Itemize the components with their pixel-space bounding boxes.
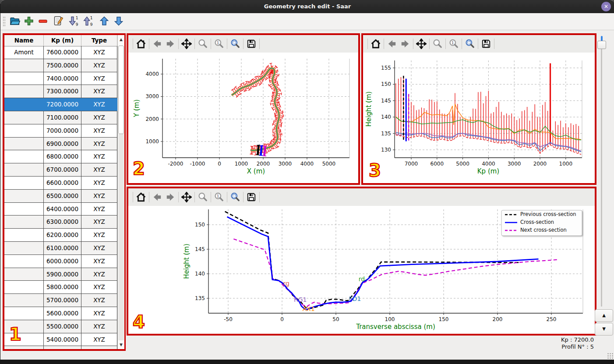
table-row[interactable]: 6400.0000XYZ <box>4 203 117 216</box>
table-row[interactable]: 6000.0000XYZ <box>4 255 117 268</box>
title-bar[interactable]: Geometry reach edit - Saar ✕ <box>0 0 614 13</box>
table-row[interactable]: 5700.0000XYZ <box>4 294 117 307</box>
table-row[interactable]: 7500.0000XYZ <box>4 59 117 72</box>
profile-up-button[interactable]: ▲ <box>595 309 613 322</box>
svg-text:150: 150 <box>381 81 391 87</box>
plan-back-icon[interactable] <box>151 38 164 50</box>
svg-text:250: 250 <box>547 316 557 322</box>
toolbar-separator <box>259 192 260 202</box>
cell-name <box>4 124 44 138</box>
section-zoom-one-icon[interactable]: 1 <box>212 191 226 203</box>
column-header-type[interactable]: Type <box>81 35 117 46</box>
section-pan-icon[interactable] <box>180 191 193 203</box>
profile-back-icon[interactable] <box>385 38 399 50</box>
cell-kp: 7200.0000 <box>44 98 81 111</box>
cell-type: XYZ <box>81 72 117 85</box>
svg-text:5000: 5000 <box>456 161 469 167</box>
cell-type: XYZ <box>81 307 117 320</box>
cell-kp: 7000.0000 <box>44 124 81 138</box>
close-icon[interactable]: ✕ <box>601 2 611 11</box>
table-scrollbar[interactable]: ▲ ▼ <box>117 35 124 349</box>
plan-zoom-one-icon[interactable]: 1 <box>212 38 226 50</box>
scrollbar-thumb[interactable] <box>118 46 124 134</box>
plan-home-icon[interactable] <box>134 38 148 50</box>
kp-slider-track[interactable] <box>601 42 602 307</box>
resize-grip[interactable] <box>607 353 613 359</box>
profile-zoom-icon[interactable] <box>431 38 444 50</box>
table-row[interactable]: 7400.0000XYZ <box>4 72 117 85</box>
cell-kp: 5700.0000 <box>44 294 81 307</box>
column-header-kp[interactable]: Kp (m) <box>44 35 81 46</box>
plan-forward-icon[interactable] <box>164 38 177 50</box>
table-row[interactable]: 6900.0000XYZ <box>4 138 117 151</box>
plan-view-panel: 1 -2000-10000100020003000400050001000200… <box>127 33 360 185</box>
svg-text:140: 140 <box>381 114 391 120</box>
plan-zoom-icon[interactable] <box>196 38 209 50</box>
table-row-partial[interactable] <box>4 346 117 349</box>
section-zoom-icon[interactable] <box>196 191 209 203</box>
table-row[interactable]: 6500.0000XYZ <box>4 190 117 203</box>
table-row[interactable]: 7000.0000XYZ <box>4 124 117 138</box>
svg-text:4000: 4000 <box>482 161 495 167</box>
table-row[interactable]: 7300.0000XYZ <box>4 85 117 98</box>
plan-view-chart[interactable]: -2000-1000010002000300040005000100020003… <box>128 53 358 183</box>
table-row[interactable]: 7200.0000XYZ <box>4 98 117 111</box>
sort-ascending-button[interactable]: 19 <box>81 15 95 28</box>
move-up-button[interactable] <box>98 15 111 28</box>
remove-profile-button[interactable] <box>36 15 49 28</box>
open-geometry-button[interactable] <box>8 15 21 28</box>
profile-forward-icon[interactable] <box>399 38 412 50</box>
svg-text:2000: 2000 <box>257 161 270 167</box>
table-row[interactable]: 6200.0000XYZ <box>4 229 117 242</box>
profile-save-icon[interactable] <box>480 38 493 50</box>
scrollbar-trough[interactable] <box>118 134 124 340</box>
table-row[interactable]: 6300.0000XYZ <box>4 216 117 229</box>
plan-save-icon[interactable] <box>245 38 258 50</box>
scrollbar-up-icon[interactable]: ▲ <box>118 35 124 44</box>
profile-zoom-region-icon[interactable] <box>463 38 476 50</box>
svg-text:6000: 6000 <box>431 161 444 167</box>
plan-zoom-region-icon[interactable] <box>229 38 242 50</box>
kp-slider-handle[interactable] <box>597 41 606 49</box>
plan-axes: -2000-1000010002000300040005000100020003… <box>133 59 349 175</box>
profile-down-button[interactable]: ▼ <box>595 323 613 336</box>
svg-text:145: 145 <box>195 246 205 252</box>
window-bottom-edge <box>0 360 614 364</box>
cell-name <box>4 242 44 255</box>
scrollbar-down-icon[interactable]: ▼ <box>118 340 124 349</box>
table-row[interactable]: 5600.0000XYZ <box>4 307 117 320</box>
plan-pan-icon[interactable] <box>180 38 193 50</box>
app-window: Geometry reach edit - Saar ✕ 19 19 Name … <box>0 0 614 364</box>
table-row[interactable]: 6600.0000XYZ <box>4 177 117 190</box>
cell-type: XYZ <box>81 294 117 307</box>
sort-descending-button[interactable]: 19 <box>67 15 80 28</box>
edit-profile-button[interactable] <box>52 15 65 28</box>
table-row[interactable]: 6800.0000XYZ <box>4 150 117 163</box>
profile-zoom-one-icon[interactable]: 1 <box>447 38 460 50</box>
toolbar-separator <box>211 192 211 202</box>
table-row[interactable]: 7100.0000XYZ <box>4 111 117 124</box>
plan-cursor-marker <box>265 146 265 156</box>
column-header-name[interactable]: Name <box>4 35 44 46</box>
table-row[interactable]: 5800.0000XYZ <box>4 281 117 294</box>
table-row[interactable]: 6700.0000XYZ <box>4 163 117 177</box>
table-row[interactable]: 6100.0000XYZ <box>4 242 117 255</box>
toolbar-drag-handle[interactable] <box>3 16 6 27</box>
table-row[interactable]: Amont7600.0000XYZ <box>4 46 117 59</box>
move-down-button[interactable] <box>112 15 125 28</box>
profile-pan-icon[interactable] <box>415 38 428 50</box>
section-forward-icon[interactable] <box>164 191 177 203</box>
add-profile-button[interactable] <box>22 15 35 28</box>
section-save-icon[interactable] <box>245 191 258 203</box>
long-profile-chart[interactable]: 7000600050004000300020001000130135140145… <box>363 53 595 183</box>
table-row[interactable]: 5900.0000XYZ <box>4 268 117 281</box>
toolbar-separator <box>178 39 179 49</box>
cross-section-chart[interactable]: -50050100150200250135140145150Transverse… <box>128 206 595 334</box>
profile-home-icon[interactable] <box>369 38 382 50</box>
section-zoom-region-icon[interactable] <box>229 191 242 203</box>
cell-kp: 7600.0000 <box>44 46 81 59</box>
section-back-icon[interactable] <box>151 191 164 203</box>
section-home-icon[interactable] <box>134 191 148 203</box>
section-legend: Previous cross-sectionCross-sectionNext … <box>501 210 582 236</box>
cell-kp: 6600.0000 <box>44 177 81 190</box>
